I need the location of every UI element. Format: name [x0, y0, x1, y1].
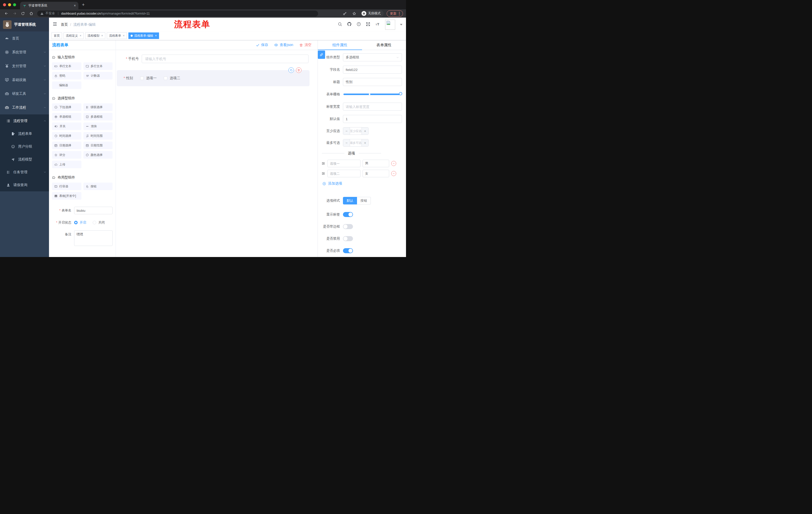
max-select-stepper[interactable]: 最多可选 — [343, 139, 369, 146]
palette-item-slider[interactable]: 滑块 — [83, 123, 113, 130]
drag-handle-icon[interactable] — [321, 161, 325, 165]
sidebar-item-user-group[interactable]: 用户分组 — [0, 140, 49, 153]
gender-option-1-checkbox[interactable]: 选项一 — [140, 76, 156, 80]
tag-close-icon[interactable]: × — [123, 34, 125, 37]
palette-item-upload[interactable]: 上传 — [52, 161, 81, 168]
option-1-name-input[interactable] — [327, 160, 360, 167]
tag-close-icon[interactable]: × — [80, 34, 81, 37]
tag-process-definition[interactable]: 流程定义× — [63, 32, 84, 39]
breadcrumb-home[interactable]: 首页 — [61, 22, 68, 27]
option-2-value-input[interactable] — [362, 170, 389, 177]
sidebar-item-process-form[interactable]: 流程表单 — [0, 127, 49, 140]
sidebar-item-process-model[interactable]: 流程模型 — [0, 153, 49, 166]
option-2-name-input[interactable] — [327, 170, 360, 177]
label-width-input[interactable] — [343, 103, 402, 111]
tag-process-model[interactable]: 流程模型× — [85, 32, 105, 39]
sidebar-item-workflow[interactable]: 工作流程 — [0, 101, 49, 114]
slider-handle[interactable] — [399, 92, 402, 95]
help-button[interactable]: ? — [356, 22, 361, 27]
palette-item-editor[interactable]: 编辑器 — [52, 81, 81, 89]
component-type-select[interactable]: 多选框组 — [343, 53, 402, 61]
delete-component-button[interactable] — [296, 67, 301, 73]
canvas-field-phone[interactable]: 手机号 — [126, 55, 309, 63]
tag-close-icon[interactable]: × — [155, 34, 157, 37]
option-1-value-input[interactable] — [362, 160, 389, 167]
max-select-value[interactable]: 最多可选 — [350, 139, 362, 146]
drag-handle-icon[interactable] — [321, 171, 325, 175]
data-binding-tag[interactable] — [318, 51, 325, 59]
min-select-value[interactable]: 至少应选 — [350, 128, 362, 135]
back-button[interactable] — [3, 10, 9, 17]
default-value-input[interactable] — [343, 115, 402, 123]
github-button[interactable] — [347, 22, 352, 27]
grid-slider[interactable] — [343, 93, 400, 95]
palette-item-date-range[interactable]: 日期范围 — [83, 141, 113, 149]
sidebar-item-system[interactable]: 系统管理 — [0, 45, 49, 59]
gender-option-2-checkbox[interactable]: 选项二 — [164, 76, 180, 80]
avatar[interactable] — [385, 20, 395, 30]
field-name-input[interactable] — [343, 65, 402, 74]
sidebar-item-leave[interactable]: 请假查询 — [0, 179, 49, 191]
disabled-toggle[interactable] — [343, 236, 353, 241]
palette-item-select[interactable]: 下拉选择 — [52, 103, 81, 111]
tag-process-form[interactable]: 流程表单× — [107, 32, 127, 39]
zoom-window-button[interactable] — [13, 3, 16, 6]
remove-option-button[interactable] — [391, 171, 396, 176]
palette-item-rate[interactable]: 评分 — [52, 151, 81, 159]
clear-button[interactable]: 清空 — [299, 43, 312, 47]
plus-button[interactable] — [362, 139, 368, 146]
avatar-caret-icon[interactable] — [400, 24, 403, 25]
form-remark-textarea[interactable]: 嘿嘿 — [74, 231, 113, 246]
home-button[interactable] — [28, 10, 34, 17]
sidebar-item-infra[interactable]: 基础设施 — [0, 73, 49, 87]
copy-component-button[interactable] — [288, 67, 294, 73]
palette-item-counter[interactable]: 123 计数器 — [83, 72, 113, 79]
required-toggle[interactable] — [343, 248, 353, 253]
palette-item-checkbox-group[interactable]: 多选框组 — [83, 113, 113, 120]
tab-component-props[interactable]: 组件属性 — [318, 40, 362, 50]
border-toggle[interactable] — [343, 224, 353, 229]
palette-item-radio-group[interactable]: 单选框组 — [52, 113, 81, 120]
status-off-radio[interactable]: 关闭 — [93, 220, 105, 225]
fullscreen-button[interactable] — [366, 22, 370, 27]
minus-button[interactable] — [343, 128, 350, 135]
tag-home[interactable]: 首页 — [52, 32, 62, 39]
palette-item-table[interactable]: 表格[开发中] — [52, 192, 81, 200]
browser-tab[interactable]: 芋道管理系统 × — [20, 2, 78, 9]
key-button[interactable] — [342, 10, 348, 17]
style-default-button[interactable]: 默认 — [343, 197, 357, 205]
browser-menu-icon[interactable] — [399, 12, 400, 15]
collapse-sidebar-button[interactable] — [53, 22, 57, 27]
palette-item-date-picker[interactable]: 日期选择 — [52, 141, 81, 149]
sidebar-item-home[interactable]: 首页 — [0, 31, 49, 45]
header-search-button[interactable] — [338, 22, 342, 27]
palette-item-switch[interactable]: 开关 — [52, 123, 81, 130]
title-input[interactable] — [343, 78, 402, 86]
palette-item-textarea[interactable]: 多行文本 — [83, 62, 113, 70]
sidebar-item-task[interactable]: 任务管理 — [0, 166, 49, 179]
font-size-button[interactable]: TT — [375, 22, 380, 27]
bookmark-button[interactable] — [351, 10, 357, 17]
url-bar[interactable]: 不安全 dashboard.yudao.iocoder.cn/bpm/manag… — [37, 10, 318, 17]
close-window-button[interactable] — [3, 3, 6, 6]
form-name-input[interactable] — [74, 207, 113, 214]
style-button-button[interactable]: 按钮 — [357, 197, 371, 205]
palette-item-password[interactable]: 密码 — [52, 72, 81, 79]
save-button[interactable]: 保存 — [256, 43, 268, 47]
phone-input[interactable] — [142, 55, 309, 63]
add-option-button[interactable]: 添加选项 — [322, 181, 402, 186]
palette-item-time-range[interactable]: 时间范围 — [83, 132, 113, 140]
tab-close-icon[interactable]: × — [74, 3, 76, 7]
reload-button[interactable] — [20, 10, 26, 17]
new-tab-button[interactable]: + — [82, 2, 85, 7]
tab-form-props[interactable]: 表单属性 — [362, 40, 406, 50]
palette-item-single-text[interactable]: 单行文本 — [52, 62, 81, 70]
canvas-field-gender-selected[interactable]: 性别 选项一 选项二 — [117, 70, 310, 86]
forward-button[interactable] — [11, 10, 18, 17]
palette-item-cascader[interactable]: 级联选择 — [83, 103, 113, 111]
palette-item-time-picker[interactable]: 时间选择 — [52, 132, 81, 140]
palette-item-row-container[interactable]: 行容器 — [52, 183, 81, 190]
sidebar-item-pay[interactable]: 支付管理 — [0, 59, 49, 73]
remove-option-button[interactable] — [391, 161, 396, 166]
status-on-radio[interactable]: 开启 — [74, 220, 86, 225]
